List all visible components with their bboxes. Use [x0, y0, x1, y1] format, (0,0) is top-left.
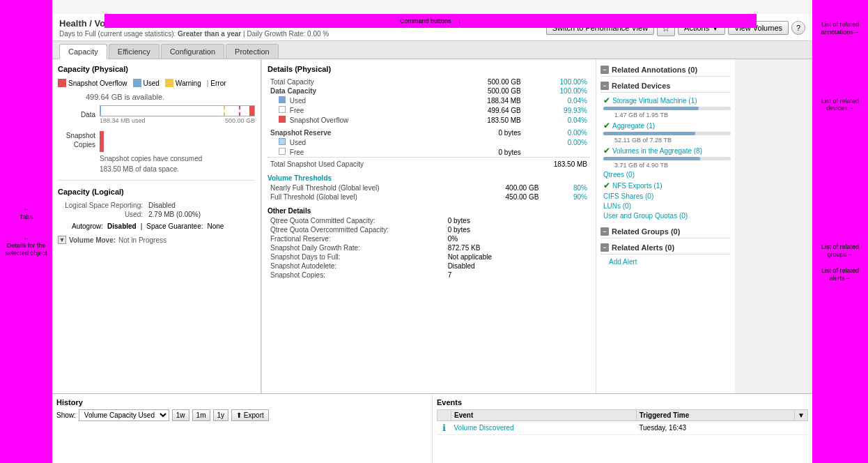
- related-panel: − Related Annotations (0) − Related Devi…: [596, 59, 735, 393]
- volumes-agg-link[interactable]: ✔ Volumes in the Aggregate (8): [603, 146, 731, 155]
- volume-move-label: Volume Move:: [69, 236, 116, 244]
- space-guarantee-label: Space Guarantee:: [146, 222, 203, 230]
- related-item-qtrees: Qtrees (0): [600, 171, 731, 179]
- related-item-aggregate: ✔ Aggregate (1) 52.11 GB of 7.28 TB: [600, 121, 731, 144]
- 1m-button[interactable]: 1m: [192, 409, 210, 421]
- qtrees-link[interactable]: Qtrees (0): [603, 171, 731, 179]
- related-groups-header: − Related Groups (0): [600, 225, 731, 238]
- event-col-icon: [437, 410, 451, 421]
- events-panel: Events Event Triggered Time ▼ ℹ Vo: [433, 394, 812, 463]
- legend-used: Used: [133, 79, 160, 87]
- related-devices-section: − Related Devices ✔ Storage Virtual Mach…: [600, 79, 731, 220]
- snapshot-used-row: Used 0.00%: [268, 137, 590, 147]
- nfs-link[interactable]: ✔ NFS Exports (1): [603, 181, 731, 190]
- snap-free-color-box: [279, 148, 286, 155]
- add-alert-link[interactable]: Add Alert: [603, 258, 637, 266]
- used-color-box: [279, 96, 286, 103]
- volumes-agg-bar-bg: [603, 157, 731, 160]
- other-details-table: Qtree Quota Committed Capacity: 0 bytes …: [268, 216, 590, 280]
- events-header-row: Event Triggered Time ▼: [437, 410, 808, 421]
- history-title: History: [56, 398, 428, 407]
- volume-move-section: ▼ Volume Move: Not in Progress: [58, 236, 255, 244]
- tab-capacity[interactable]: Capacity: [59, 44, 107, 59]
- related-alerts-section: − Related Alerts (0) Add Alert: [600, 241, 731, 266]
- snap-used-val: [445, 137, 524, 147]
- details-physical-title: Details (Physical): [268, 65, 590, 73]
- capacity-physical-title: Capacity (Physical): [58, 65, 255, 73]
- event-row-0: ℹ Volume Discovered Tuesday, 16:43: [437, 421, 808, 435]
- snapshot-text-1: Snapshot copies have consumed: [100, 155, 255, 162]
- aggregate-sub: 52.11 GB of 7.28 TB: [603, 137, 731, 144]
- space-guarantee-value: None: [208, 222, 224, 230]
- data-bar-label: Data: [58, 111, 100, 119]
- od-val-2: 0%: [445, 234, 590, 243]
- export-button[interactable]: ⬆ Export: [231, 409, 269, 421]
- used-bar-fill: [100, 106, 101, 116]
- autogrow-label: Autogrow:: [72, 222, 103, 230]
- snapshot-overflow-pct: 0.04%: [524, 115, 590, 125]
- thresholds-table: Nearly Full Threshold (Global level) 400…: [268, 183, 590, 202]
- related-groups-title: Related Groups (0): [612, 227, 680, 236]
- quotas-link[interactable]: User and Group Quotas (0): [603, 212, 731, 220]
- details-annotation: ←Details for the selected object: [1, 235, 51, 257]
- snapshot-overflow-val: 183.50 MB: [445, 115, 524, 125]
- data-free-label: Free: [290, 107, 304, 114]
- total-capacity-pct: 100.00%: [524, 77, 590, 86]
- volumes-agg-check-icon: ✔: [603, 146, 610, 155]
- threshold-row-0: Nearly Full Threshold (Global level) 400…: [268, 183, 590, 192]
- total-capacity-row: Total Capacity 500.00 GB 100.00%: [268, 77, 590, 86]
- related-alerts-header: − Related Alerts (0): [600, 241, 731, 255]
- logical-reporting-label: Logical Space Reporting:: [58, 202, 148, 209]
- data-free-pct: 99.93%: [524, 105, 590, 115]
- command-buttons-annotation: Command buttons: [400, 17, 451, 24]
- luns-link[interactable]: LUNs (0): [603, 202, 731, 210]
- snapshot-copies-label: Snapshot Copies: [58, 131, 100, 149]
- cifs-link[interactable]: CIFS Shares (0): [603, 192, 731, 200]
- od-val-0: 0 bytes: [445, 216, 590, 225]
- tab-configuration[interactable]: Configuration: [161, 44, 224, 59]
- events-title: Events: [437, 398, 808, 407]
- left-annotation: ←Tabs ←Details for the selected object: [0, 0, 52, 463]
- data-capacity-label: Data Capacity: [268, 86, 445, 96]
- svm-sub: 1.47 GB of 1.95 TB: [603, 112, 731, 119]
- snapshot-used-color-box: [279, 138, 286, 145]
- history-dropdown[interactable]: Volume Capacity Used: [79, 409, 169, 421]
- snapshot-text-2: 183.50 MB of data space.: [100, 165, 255, 173]
- tab-efficiency[interactable]: Efficiency: [109, 44, 160, 59]
- related-alerts-title: Related Alerts (0): [612, 243, 674, 252]
- data-used-row: Used 188.34 MB 0.04%: [268, 96, 590, 105]
- volume-move-toggle[interactable]: ▼: [58, 236, 66, 244]
- related-annotations-section: − Related Annotations (0): [600, 63, 731, 77]
- other-detail-1: Qtree Quota Overcommitted Capacity: 0 by…: [268, 225, 590, 234]
- 1w-button[interactable]: 1w: [172, 409, 189, 421]
- od-label-4: Snapshot Days to Full:: [268, 252, 445, 261]
- aggregate-link[interactable]: ✔ Aggregate (1): [603, 121, 731, 130]
- data-free-val: 499.64 GB: [445, 105, 524, 115]
- show-label: Show:: [56, 411, 76, 419]
- related-alerts-toggle[interactable]: −: [600, 243, 609, 252]
- tab-protection[interactable]: Protection: [226, 44, 279, 59]
- related-devices-annotation: List of related devices→: [816, 98, 864, 113]
- event-name-0[interactable]: Volume Discovered: [451, 421, 637, 435]
- svm-link[interactable]: ✔ Storage Virtual Machine (1): [603, 96, 731, 105]
- 1y-button[interactable]: 1y: [213, 409, 229, 421]
- help-button[interactable]: ?: [791, 21, 805, 35]
- related-groups-toggle[interactable]: −: [600, 227, 609, 236]
- snap-free-val: 0 bytes: [445, 147, 524, 158]
- nfs-check-icon: ✔: [603, 181, 610, 190]
- data-capacity-pct: 100.00%: [524, 86, 590, 96]
- event-action-0: [795, 421, 808, 435]
- snapshot-reserve-val: 0 bytes: [445, 125, 524, 137]
- snapshot-reserve-pct: 0.00%: [524, 125, 590, 137]
- related-annotations-toggle[interactable]: −: [600, 66, 609, 74]
- related-groups-section: − Related Groups (0): [600, 225, 731, 238]
- od-val-6: 7: [445, 271, 590, 280]
- od-label-3: Snapshot Daily Growth Rate:: [268, 243, 445, 252]
- event-col-filter[interactable]: ▼: [795, 410, 808, 421]
- related-devices-toggle[interactable]: −: [600, 82, 609, 90]
- threshold-pct-0: 80%: [541, 183, 590, 192]
- event-col-time: Triggered Time: [636, 410, 794, 421]
- volume-thresholds-title: Volume Thresholds: [268, 174, 590, 182]
- total-snapshot-row: Total Snapshot Used Capacity 183.50 MB: [268, 158, 590, 169]
- related-item-volumes-agg: ✔ Volumes in the Aggregate (8) 3.71 GB o…: [600, 146, 731, 169]
